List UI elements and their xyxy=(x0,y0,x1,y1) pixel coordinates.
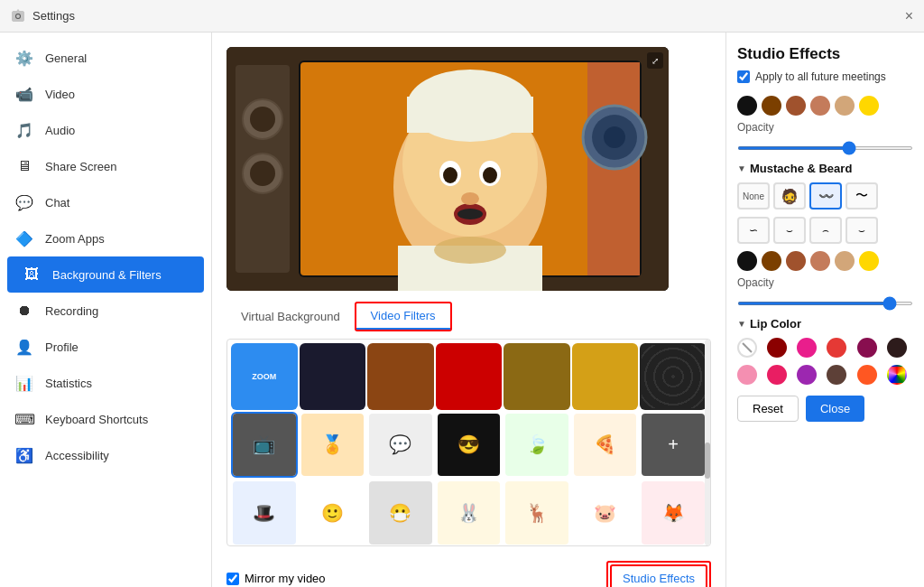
filter-tv[interactable]: 📺 xyxy=(231,412,298,479)
svg-point-24 xyxy=(434,237,506,264)
beard-style-6[interactable]: ⌢ xyxy=(809,217,842,244)
general-icon: ⚙️ xyxy=(14,48,34,68)
beard-color-black[interactable] xyxy=(737,251,757,271)
sidebar-label-statistics: Statistics xyxy=(45,377,92,390)
mustache-beard-header[interactable]: ▼ Mustache & Beard xyxy=(737,162,913,175)
filter-sunglasses[interactable]: 😎 xyxy=(436,412,503,479)
sidebar-item-share-screen[interactable]: 🖥 Share Screen xyxy=(0,148,211,184)
beard-color-darkbrown[interactable] xyxy=(762,251,781,271)
lip-color-none[interactable] xyxy=(737,338,757,358)
lip-color-lightpink[interactable] xyxy=(737,365,757,385)
sidebar-item-chat[interactable]: 💬 Chat xyxy=(0,184,211,220)
reset-button[interactable]: Reset xyxy=(737,396,799,422)
sidebar-item-general[interactable]: ⚙️ General xyxy=(0,40,211,76)
chat-icon: 💬 xyxy=(14,192,34,212)
hair-color-black[interactable] xyxy=(737,96,757,116)
beard-options-row2: ∽ ⌣ ⌢ ⌣ xyxy=(737,217,913,244)
sidebar-item-audio[interactable]: 🎵 Audio xyxy=(0,112,211,148)
filter-dots[interactable] xyxy=(640,343,707,410)
video-icon: 📹 xyxy=(14,84,34,104)
filter-dark[interactable] xyxy=(300,343,366,410)
accessibility-icon: ♿ xyxy=(14,445,34,465)
opacity-label-2: Opacity xyxy=(737,276,913,289)
filter-plus[interactable]: + xyxy=(640,412,707,479)
sidebar-item-recording[interactable]: ⏺ Recording xyxy=(0,293,211,329)
sidebar-label-accessibility: Accessibility xyxy=(45,449,109,462)
tab-virtual-background[interactable]: Virtual Background xyxy=(226,304,355,329)
filter-retro[interactable] xyxy=(504,343,570,410)
lip-color-row1 xyxy=(737,338,913,358)
lip-color-darkpink[interactable] xyxy=(857,338,877,358)
beard-style-5[interactable]: ⌣ xyxy=(773,217,806,244)
beard-style-7[interactable]: ⌣ xyxy=(845,217,878,244)
lip-color-red[interactable] xyxy=(827,338,846,358)
filter-red[interactable] xyxy=(436,343,503,410)
beard-color-brown[interactable] xyxy=(786,251,806,271)
filter-zoom[interactable]: ZOOM xyxy=(231,343,298,410)
beard-style-2[interactable]: 〰️ xyxy=(809,182,842,210)
lip-color-orange[interactable] xyxy=(857,365,877,385)
filter-pizza[interactable]: 🍕 xyxy=(572,412,639,479)
hair-color-tan[interactable] xyxy=(835,96,855,116)
sidebar-item-statistics[interactable]: 📊 Statistics xyxy=(0,365,211,401)
filter-bunny[interactable]: 🐰 xyxy=(436,480,503,546)
mirror-video-checkbox-label[interactable]: Mirror my video xyxy=(226,572,326,585)
lip-color-purple[interactable] xyxy=(797,365,817,385)
sidebar-item-accessibility[interactable]: ♿ Accessibility xyxy=(0,437,211,473)
filter-hat[interactable]: 🎩 xyxy=(231,480,298,546)
filter-pig[interactable]: 🐷 xyxy=(572,480,639,546)
sidebar-item-video[interactable]: 📹 Video xyxy=(0,76,211,112)
lip-color-rainbow[interactable] xyxy=(887,365,907,385)
beard-style-4[interactable]: ∽ xyxy=(737,217,770,244)
sidebar-item-profile[interactable]: 👤 Profile xyxy=(0,329,211,365)
sidebar-label-audio: Audio xyxy=(45,124,75,137)
lip-color-hotpink[interactable] xyxy=(767,365,787,385)
lip-color-darkred[interactable] xyxy=(767,338,787,358)
filter-face1[interactable]: 🙂 xyxy=(300,480,366,546)
sidebar-item-keyboard-shortcuts[interactable]: ⌨ Keyboard Shortcuts xyxy=(0,401,211,437)
tab-video-filters[interactable]: Video Filters xyxy=(356,303,450,330)
filter-deer[interactable]: 🦌 xyxy=(504,480,570,546)
filter-leaf[interactable]: 🍃 xyxy=(504,412,570,479)
sidebar-item-background-filters[interactable]: 🖼 Background & Filters xyxy=(7,256,204,293)
bottom-bar: Mirror my video Studio Effects xyxy=(226,554,711,587)
opacity-slider-1[interactable] xyxy=(737,146,913,150)
mirror-video-checkbox[interactable] xyxy=(226,573,239,585)
filter-fox[interactable]: 🦊 xyxy=(640,480,707,546)
hair-color-yellow[interactable] xyxy=(859,96,879,116)
opacity-slider-2[interactable] xyxy=(737,302,913,305)
beard-color-lightbrown[interactable] xyxy=(810,251,830,271)
sidebar-item-zoom-apps[interactable]: 🔷 Zoom Apps xyxy=(0,220,211,256)
lip-color-pink[interactable] xyxy=(797,338,817,358)
beard-style-1[interactable]: 🧔 xyxy=(773,182,806,210)
title-bar: Settings × xyxy=(0,0,924,33)
lip-color-verydark[interactable] xyxy=(887,338,907,358)
beard-none[interactable]: None xyxy=(737,182,770,210)
beard-style-3[interactable]: 〜 xyxy=(845,182,878,210)
filter-mask[interactable]: 😷 xyxy=(367,480,434,546)
svg-point-22 xyxy=(461,192,479,205)
filter-brown[interactable] xyxy=(367,343,434,410)
hair-color-brown[interactable] xyxy=(786,96,806,116)
app-title: Settings xyxy=(32,9,75,23)
filters-container[interactable]: ZOOM 📺 🏅 💬 😎 🍃 🍕 + 🎩 xyxy=(226,339,711,546)
lip-color-darkbrown[interactable] xyxy=(827,365,846,385)
filter-yellow[interactable] xyxy=(572,343,639,410)
hair-color-lightbrown[interactable] xyxy=(810,96,830,116)
studio-effects-button[interactable]: Studio Effects xyxy=(610,564,707,587)
apply-future-meetings-checkbox[interactable] xyxy=(737,70,750,83)
panel-close-button[interactable]: Close xyxy=(806,396,864,422)
filter-chat-bubble[interactable]: 💬 xyxy=(367,412,434,479)
filter-medal[interactable]: 🏅 xyxy=(300,412,366,479)
beard-color-tan[interactable] xyxy=(835,251,855,271)
beard-color-yellow[interactable] xyxy=(859,251,879,271)
hair-color-darkbrown[interactable] xyxy=(762,96,781,116)
studio-effects-highlight: Studio Effects xyxy=(606,561,711,587)
scroll-thumb xyxy=(705,443,710,479)
keyboard-shortcuts-icon: ⌨ xyxy=(14,409,34,429)
window-close-button[interactable]: × xyxy=(905,9,913,23)
fullscreen-icon[interactable]: ⤢ xyxy=(647,52,663,69)
opacity-slider-1-row xyxy=(737,139,913,153)
audio-icon: 🎵 xyxy=(14,120,34,140)
lip-color-header[interactable]: ▼ Lip Color xyxy=(737,317,913,331)
